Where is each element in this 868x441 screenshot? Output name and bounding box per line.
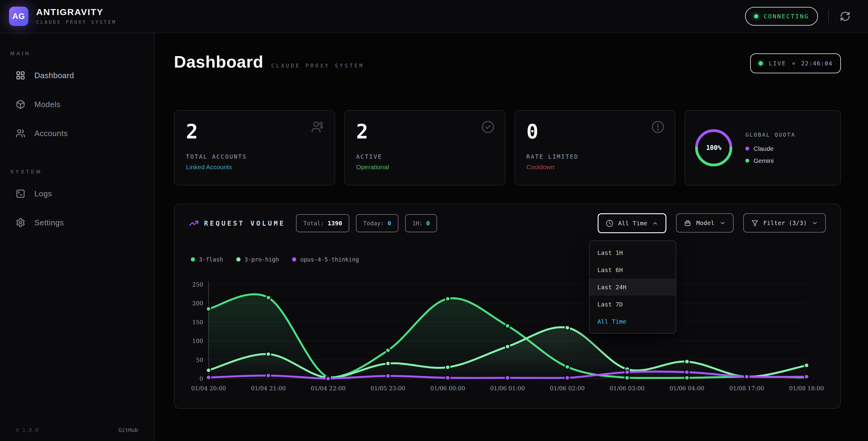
top-bar: AG ANTIGRAVITY CLAUDE PROXY SYSTEM CONNE… (0, 0, 868, 33)
pill-label: Today: (363, 220, 384, 227)
sidebar-item-label: Models (34, 100, 61, 109)
connection-status-badge: CONNECTING (745, 7, 818, 26)
svg-text:01/08 17:00: 01/08 17:00 (730, 385, 764, 391)
app-title: ANTIGRAVITY (36, 7, 117, 17)
sidebar-item-settings[interactable]: Settings (0, 208, 154, 237)
legend-label: 3-pro-high (244, 256, 279, 263)
sidebar-item-accounts[interactable]: Accounts (0, 119, 154, 148)
pill-value: 0 (426, 219, 430, 227)
model-filter-button[interactable]: Model (676, 213, 733, 233)
quota-percent: 100% (694, 128, 733, 168)
series-dot-icon (236, 257, 241, 262)
page-title: Dashboard (174, 52, 264, 71)
panel-title: REQUEST VOLUME (204, 219, 285, 227)
quota-donut-chart: 100% (694, 128, 733, 168)
svg-text:01/06 03:00: 01/06 03:00 (610, 385, 645, 391)
live-clock-badge: LIVE 22:46:04 (750, 53, 841, 73)
filter-label: Filter (3/3) (764, 219, 807, 227)
pill-label: Total: (303, 220, 324, 227)
box-icon (684, 219, 691, 227)
pill-value: 0 (388, 219, 391, 227)
time-range-button[interactable]: All Time (598, 213, 666, 233)
stat-value: 2 (356, 121, 493, 143)
total-requests-pill: Total: 1390 (296, 214, 349, 232)
sidebar-item-models[interactable]: Models (0, 90, 154, 119)
stat-sublabel: Operational (356, 164, 493, 171)
request-volume-line-chart: 05010015020025001/04 20:0001/04 21:0001/… (187, 278, 830, 399)
live-label: LIVE (769, 60, 786, 67)
refresh-button[interactable] (839, 10, 851, 22)
github-link[interactable]: GitHub (119, 427, 138, 433)
topbar-divider (828, 10, 829, 23)
legend-label: 3-flash (199, 256, 223, 263)
refresh-icon (840, 11, 850, 22)
clock-icon (606, 219, 613, 227)
svg-text:01/06 04:00: 01/06 04:00 (670, 385, 704, 391)
svg-text:250: 250 (192, 281, 203, 288)
dropdown-item-last-7d[interactable]: Last 7D (590, 296, 676, 313)
users-icon (16, 128, 25, 138)
sidebar-item-logs[interactable]: Logs (0, 179, 154, 208)
hour-requests-pill: 1H: 0 (405, 214, 437, 232)
terminal-icon (16, 189, 25, 199)
svg-text:01/04 21:00: 01/04 21:00 (251, 385, 286, 391)
stat-sublabel: Cooldown (527, 164, 664, 171)
svg-text:150: 150 (192, 319, 203, 325)
stat-card-rate-limited: 0 RATE LIMITED Cooldown (515, 110, 676, 185)
pill-label: 1H: (412, 220, 423, 227)
stat-card-total-accounts: 2 TOTAL ACCOUNTS Linked Accounts (174, 110, 335, 185)
live-dot-icon (758, 61, 763, 65)
svg-text:01/06 01:00: 01/06 01:00 (490, 385, 525, 391)
dropdown-item-all-time[interactable]: All Time (590, 313, 676, 330)
sidebar-section-system: SYSTEM (10, 169, 154, 175)
dropdown-item-last-24h[interactable]: Last 24H (590, 278, 676, 296)
sidebar: MAIN Dashboard Models Accounts SYSTEM (0, 33, 154, 441)
legend-item-3-pro-high: 3-pro-high (236, 256, 279, 263)
stat-card-active: 2 ACTIVE Operational (344, 110, 505, 185)
users-icon (311, 120, 324, 134)
series-dot-icon (191, 257, 195, 262)
global-quota-card: 100% GLOBAL QUOTA Claude Gemini (684, 110, 841, 185)
funnel-icon (751, 219, 758, 227)
stat-label: ACTIVE (356, 153, 493, 160)
sidebar-item-label: Settings (34, 218, 64, 228)
svg-text:01/04 20:00: 01/04 20:00 (191, 385, 226, 391)
check-circle-icon (481, 120, 495, 134)
cube-icon (16, 99, 25, 109)
series-dot-icon (292, 257, 296, 262)
legend-label: opus-4-5-thinking (300, 256, 359, 263)
live-time: 22:46:04 (801, 60, 832, 67)
sidebar-item-dashboard[interactable]: Dashboard (0, 61, 154, 90)
quota-legend-label: Claude (753, 145, 774, 152)
svg-text:200: 200 (192, 300, 203, 306)
stat-value: 0 (527, 121, 664, 143)
request-volume-panel: REQUEST VOLUME Total: 1390 Today: 0 1H: … (174, 204, 841, 409)
app-version: V 1.0.0 (16, 427, 38, 433)
chevron-up-icon (652, 220, 658, 227)
app-logo: AG (9, 7, 28, 26)
dropdown-item-last-6h[interactable]: Last 6H (590, 261, 676, 278)
sidebar-item-label: Dashboard (34, 71, 74, 80)
svg-text:01/05 23:00: 01/05 23:00 (370, 385, 405, 391)
svg-text:100: 100 (192, 337, 203, 344)
svg-text:0: 0 (199, 375, 203, 382)
sidebar-item-label: Logs (34, 189, 52, 199)
time-range-dropdown: Last 1H Last 6H Last 24H Last 7D All Tim… (589, 240, 676, 333)
separator-dot-icon (792, 62, 795, 65)
gemini-dot-icon (745, 159, 749, 163)
dropdown-item-last-1h[interactable]: Last 1H (590, 244, 676, 261)
quota-title: GLOBAL QUOTA (745, 131, 795, 138)
stat-sublabel: Linked Accounts (186, 164, 323, 171)
filter-button[interactable]: Filter (3/3) (743, 213, 826, 233)
chevron-down-icon (719, 220, 726, 226)
dashboard-grid-icon (16, 70, 25, 80)
stat-label: TOTAL ACCOUNTS (186, 153, 323, 160)
quota-legend-label: Gemini (753, 157, 774, 165)
claude-dot-icon (745, 147, 749, 150)
quota-legend-gemini: Gemini (745, 157, 795, 165)
svg-text:50: 50 (196, 356, 203, 363)
brand: AG ANTIGRAVITY CLAUDE PROXY SYSTEM (9, 7, 117, 26)
main-content: Dashboard CLAUDE PROXY SYSTEM LIVE 22:46… (155, 33, 868, 441)
stat-label: RATE LIMITED (527, 153, 664, 160)
today-requests-pill: Today: 0 (356, 214, 398, 232)
